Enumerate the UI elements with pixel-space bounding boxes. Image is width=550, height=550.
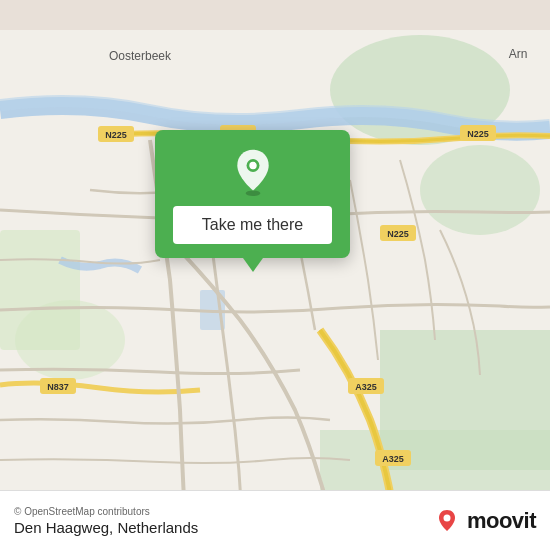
osm-credit: © OpenStreetMap contributors <box>14 506 198 517</box>
moovit-brand-icon <box>433 507 461 535</box>
svg-text:N225: N225 <box>105 130 127 140</box>
svg-text:Arn: Arn <box>509 47 528 61</box>
svg-point-28 <box>443 514 450 521</box>
location-pin-icon <box>229 148 277 196</box>
svg-text:N225: N225 <box>387 229 409 239</box>
bottom-bar: © OpenStreetMap contributors Den Haagweg… <box>0 490 550 550</box>
moovit-brand-text: moovit <box>467 508 536 534</box>
svg-text:Oosterbeek: Oosterbeek <box>109 49 172 63</box>
svg-text:A325: A325 <box>355 382 377 392</box>
take-me-there-button[interactable]: Take me there <box>173 206 332 244</box>
svg-text:N225: N225 <box>467 129 489 139</box>
location-popup: Take me there <box>155 130 350 258</box>
moovit-logo: moovit <box>433 507 536 535</box>
location-info: © OpenStreetMap contributors Den Haagweg… <box>14 506 198 536</box>
svg-text:N837: N837 <box>47 382 69 392</box>
svg-point-2 <box>420 145 540 235</box>
location-name: Den Haagweg, Netherlands <box>14 519 198 536</box>
svg-point-26 <box>249 162 256 169</box>
map-container: N225 N225 N225 N225 A325 A325 N837 <box>0 0 550 550</box>
svg-point-24 <box>245 190 260 196</box>
map-svg: N225 N225 N225 N225 A325 A325 N837 <box>0 0 550 550</box>
svg-text:A325: A325 <box>382 454 404 464</box>
